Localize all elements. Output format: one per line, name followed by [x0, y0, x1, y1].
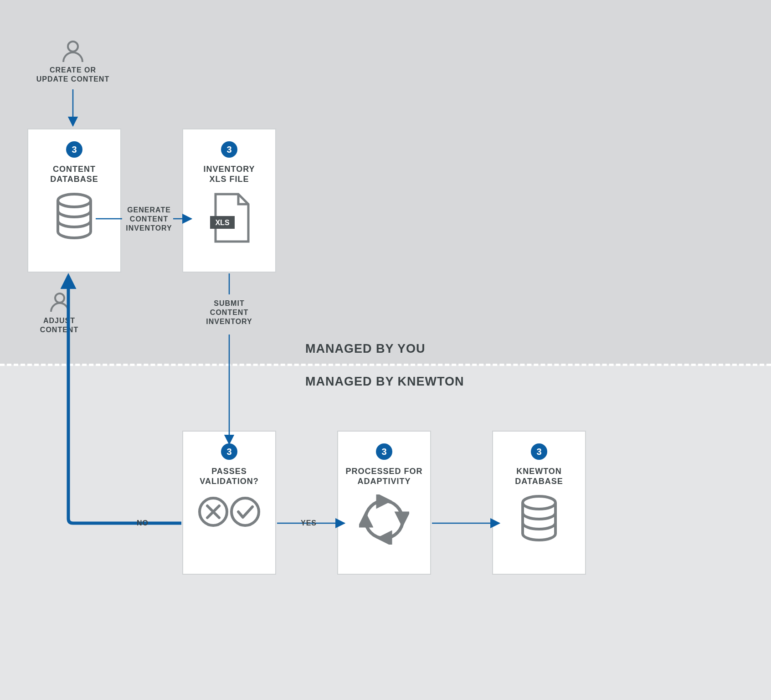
no-label: NO — [137, 519, 149, 528]
connectors — [0, 0, 771, 700]
generate-inventory-label: GENERATE CONTENT INVENTORY — [124, 206, 174, 233]
submit-inventory-label: SUBMIT CONTENT INVENTORY — [204, 299, 254, 326]
yes-label: YES — [301, 519, 317, 528]
